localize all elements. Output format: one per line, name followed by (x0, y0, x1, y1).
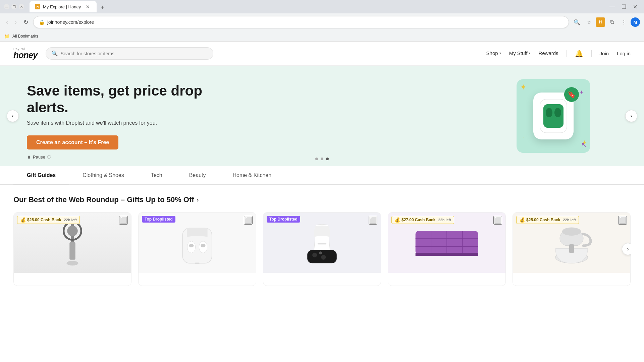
tab-beauty[interactable]: Beauty (176, 166, 219, 184)
product-card-kitchenaid: 💰 $25.00 Cash Back 22h left ⬜ (513, 212, 631, 286)
svg-point-18 (321, 255, 326, 260)
win-close-button[interactable]: ✕ (630, 2, 640, 11)
pause-icon: ⏸ (27, 155, 31, 160)
forward-button[interactable]: › (13, 17, 19, 28)
hero-dot-2[interactable] (321, 158, 323, 160)
product-card-ps5: Top Droplisted ⬜ (263, 212, 381, 286)
win-minimize-button[interactable]: — (607, 2, 618, 11)
droplisted-badge-1: Top Droplisted (142, 216, 175, 223)
bookmark-star-button[interactable]: ☆ (584, 17, 594, 27)
earbuds-svg (538, 98, 569, 134)
cashback-badge-2: 💰 $27.00 Cash Back 22h left (391, 216, 454, 224)
coin-icon-1: 💰 (20, 217, 26, 223)
bookmark-badge: 🔖 (564, 87, 579, 102)
svg-rect-30 (569, 244, 574, 253)
cursor-icon: ↖ (581, 141, 587, 149)
tab-clothing-shoes[interactable]: Clothing & Shoes (69, 166, 138, 184)
browser-controls: — ❐ ✕ (4, 4, 24, 9)
svg-point-2 (546, 108, 552, 117)
nav-rewards[interactable]: Rewards (538, 50, 558, 57)
tab-tech[interactable]: Tech (138, 166, 176, 184)
hero-illustration: ✦ ✦ ✦ · 🔖 ↖ (517, 79, 590, 153)
cashback-badge-1: 💰 $25.00 Cash Back 22h left (17, 216, 80, 224)
hero-pause-button[interactable]: ⏸ Pause ⓘ (27, 155, 51, 160)
profile-button[interactable]: M (631, 17, 640, 27)
browser-titlebar: — ❐ ✕ H My Explore | Honey ✕ + — ❐ ✕ (0, 0, 644, 13)
bookmark-button-2[interactable]: ⬜ (244, 216, 253, 225)
purple-pad-svg (395, 219, 499, 266)
lock-icon: 🔒 (39, 19, 45, 25)
products-section: Our Best of the Web Roundup – Gifts Up t… (0, 185, 644, 286)
settings-button[interactable]: ⋮ (619, 17, 629, 27)
search-icon-button[interactable]: 🔍 (572, 17, 582, 27)
hero-dot-1[interactable] (315, 158, 318, 160)
category-tabs: Gift Guides Clothing & Shoes Tech Beauty… (0, 166, 644, 185)
nav-shop[interactable]: Shop ▾ (486, 50, 501, 57)
bookmark-button-5[interactable]: ⬜ (618, 216, 627, 225)
bookmarks-folder-icon: 📁 (4, 34, 10, 39)
window-controls: — ❐ ✕ (607, 2, 640, 11)
hero-next-icon: › (630, 113, 632, 119)
browser-tabs: H My Explore | Honey ✕ + (30, 1, 604, 12)
hero-content: Save items, get price drop alerts. Save … (0, 69, 235, 163)
coin-icon-3: 💰 (519, 217, 525, 223)
extensions-button[interactable]: ⧉ (606, 17, 617, 27)
address-bar[interactable]: 🔒 (33, 16, 569, 28)
search-icon: 🔍 (51, 50, 58, 57)
hero-banner: ‹ Save items, get price drop alerts. Sav… (0, 66, 644, 166)
page-content: PayPal honey 🔍 Shop ▾ My Stuff ▾ Rewards… (0, 42, 644, 286)
back-button[interactable]: ‹ (4, 17, 10, 28)
shop-chevron-icon: ▾ (499, 51, 501, 55)
tab-gift-guides[interactable]: Gift Guides (13, 166, 69, 184)
refresh-button[interactable]: ↻ (21, 16, 31, 28)
bookmarks-bar: 📁 All Bookmarks (0, 31, 644, 42)
tab-close-button[interactable]: ✕ (85, 3, 91, 10)
site-logo[interactable]: PayPal honey (13, 48, 38, 59)
svg-rect-15 (318, 243, 326, 244)
ps5-svg (270, 219, 374, 266)
bookmarks-label[interactable]: All Bookmarks (12, 34, 38, 39)
hero-cta-button[interactable]: Create an account – It's Free (27, 135, 118, 149)
window-close-button[interactable]: ✕ (19, 4, 24, 9)
site-header: PayPal honey 🔍 Shop ▾ My Stuff ▾ Rewards… (0, 42, 644, 66)
join-button[interactable]: Join (600, 51, 609, 56)
new-tab-button[interactable]: + (98, 3, 107, 12)
url-input[interactable] (47, 19, 563, 25)
win-restore-button[interactable]: ❐ (619, 2, 629, 11)
my-stuff-chevron-icon: ▾ (529, 51, 530, 55)
bookmark-button-4[interactable]: ⬜ (493, 216, 502, 225)
window-minimize-button[interactable]: — (4, 4, 9, 9)
svg-point-3 (554, 108, 561, 117)
active-tab[interactable]: H My Explore | Honey ✕ (30, 1, 97, 12)
login-button[interactable]: Log in (617, 51, 631, 56)
browser-toolbar: ‹ › ↻ 🔒 🔍 ☆ H ⧉ ⋮ M (0, 13, 644, 31)
droplisted-badge-2: Top Droplisted (267, 216, 300, 223)
sparkle-icon-2: ✦ (579, 89, 584, 96)
honey-extension-icon[interactable]: H (596, 17, 605, 27)
tab-home-kitchen[interactable]: Home & Kitchen (219, 166, 285, 184)
notifications-bell-icon[interactable]: 🔔 (575, 50, 583, 58)
bookmark-button-3[interactable]: ⬜ (369, 216, 377, 225)
products-next-icon: › (627, 246, 629, 252)
browser-chrome: — ❐ ✕ H My Explore | Honey ✕ + — ❐ ✕ ‹ ›… (0, 0, 644, 42)
hero-title: Save items, get price drop alerts. (27, 82, 208, 116)
search-bar[interactable]: 🔍 (46, 47, 213, 60)
search-input[interactable] (61, 51, 208, 56)
hero-dots (315, 158, 329, 160)
window-maximize-button[interactable]: ❐ (11, 4, 17, 9)
product-card-dyson: 💰 $25.00 Cash Back 22h left ⬜ (13, 212, 131, 286)
nav-my-stuff[interactable]: My Stuff ▾ (509, 50, 531, 57)
tab-title: My Explore | Honey (43, 4, 82, 9)
tab-favicon: H (35, 4, 40, 9)
hero-next-button[interactable]: › (625, 110, 637, 122)
svg-point-6 (67, 226, 78, 236)
kitchenaid-svg (520, 219, 624, 266)
hero-dot-3[interactable] (326, 158, 329, 160)
hero-prev-button[interactable]: ‹ (7, 110, 19, 122)
toolbar-icons: 🔍 ☆ H ⧉ ⋮ M (572, 17, 640, 27)
svg-point-13 (201, 244, 206, 248)
svg-rect-7 (69, 242, 75, 260)
bookmark-button-1[interactable]: ⬜ (119, 216, 128, 225)
hero-prev-icon: ‹ (12, 113, 13, 119)
section-title-arrow: › (197, 196, 199, 203)
